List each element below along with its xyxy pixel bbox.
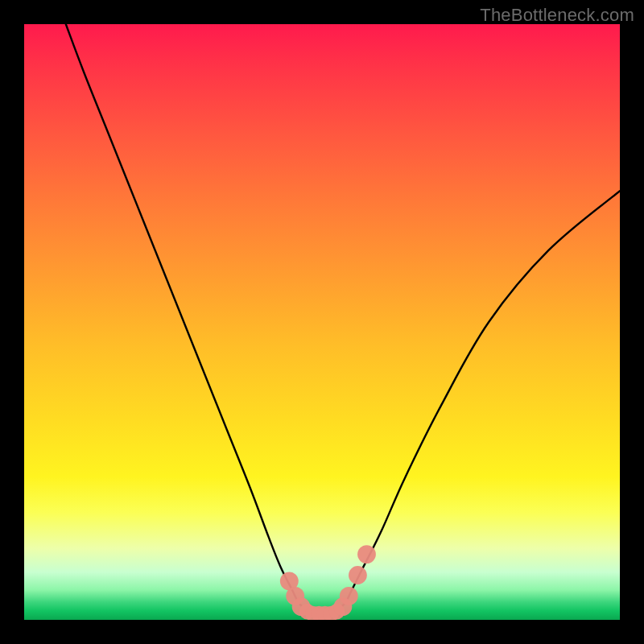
chart-frame: TheBottleneck.com: [0, 0, 644, 644]
bottleneck-range-markers: [280, 545, 376, 620]
bottleneck-curve: [66, 24, 620, 614]
plot-area: [24, 24, 620, 620]
marker-dot: [357, 545, 376, 564]
curve-layer: [24, 24, 620, 620]
marker-dot: [340, 587, 358, 605]
watermark-text: TheBottleneck.com: [480, 5, 634, 26]
marker-dot: [349, 566, 367, 584]
